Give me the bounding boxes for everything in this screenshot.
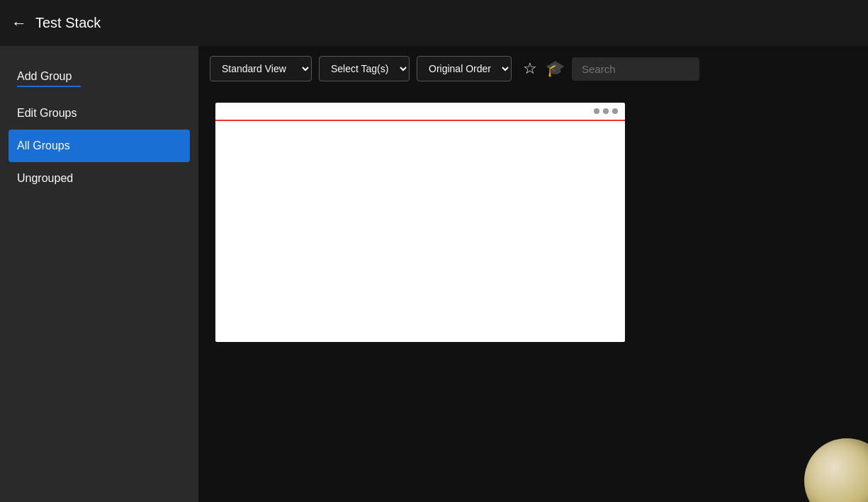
add-group-underline <box>17 86 81 87</box>
content-area <box>198 91 868 502</box>
toolbar: Standard View Compact View Expanded View… <box>198 46 868 91</box>
view-select[interactable]: Standard View Compact View Expanded View <box>210 56 312 81</box>
card-header <box>215 103 625 121</box>
star-icon[interactable]: ☆ <box>523 59 537 78</box>
search-input[interactable] <box>572 57 699 81</box>
dot-2 <box>603 108 609 114</box>
sidebar-item-all-groups[interactable]: All Groups <box>9 130 190 162</box>
header: ← Test Stack <box>0 0 868 46</box>
sidebar-item-edit-groups[interactable]: Edit Groups <box>0 97 198 130</box>
card-menu-dots[interactable] <box>594 108 618 114</box>
back-button[interactable]: ← <box>11 16 27 31</box>
graduation-cap-icon[interactable]: 🎓 <box>546 59 565 78</box>
dot-1 <box>594 108 599 114</box>
sidebar-item-ungrouped[interactable]: Ungrouped <box>0 162 198 195</box>
group-card <box>215 103 625 342</box>
sidebar: Add Group Edit Groups All Groups Ungroup… <box>0 46 198 502</box>
page-title: Test Stack <box>35 15 101 31</box>
dot-3 <box>612 108 618 114</box>
main-content: Standard View Compact View Expanded View… <box>198 46 868 502</box>
sidebar-item-add-group[interactable]: Add Group <box>0 60 198 97</box>
order-select[interactable]: Original Order Alphabetical Date Added <box>417 56 512 81</box>
tag-select[interactable]: Select Tag(s) <box>319 56 410 81</box>
